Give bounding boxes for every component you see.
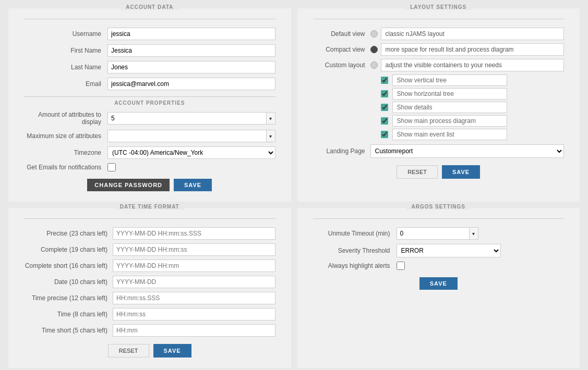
show-vertical-tree-row: Show vertical tree [381, 75, 565, 86]
maxsize-label: Maximum size of attributes [24, 132, 107, 140]
maxsize-row: Maximum size of attributes ▾ [24, 130, 275, 142]
layout-reset-button[interactable]: RESET [397, 165, 438, 179]
emails-checkbox[interactable] [107, 163, 116, 171]
maxsize-spinner: ▾ [107, 130, 275, 142]
compact-view-row: Compact view more space for result list … [313, 43, 565, 56]
layout-save-button[interactable]: SAVE [442, 165, 480, 179]
unmute-spinner-btn[interactable]: ▾ [469, 227, 478, 240]
time-row: Time (8 chars left) [24, 308, 275, 320]
attributes-label: Amount of attributes to display [24, 111, 107, 126]
date-label: Date (10 chars left) [24, 278, 113, 286]
attributes-input[interactable] [107, 112, 267, 125]
account-data-panel: ACCOUNT DATA Username First Name Last Na… [8, 8, 291, 202]
account-properties-title: ACCOUNT PROPERTIES [24, 100, 275, 106]
email-row: Email [24, 78, 275, 90]
highlight-label: Always highlight alerts [313, 262, 397, 269]
custom-layout-label: Custom layout [313, 61, 370, 69]
date-row: Date (10 chars left) [24, 276, 275, 288]
default-view-row: Default view classic nJAMS layout [313, 28, 565, 40]
time-short-row: Time short (5 chars left) [24, 324, 275, 337]
date-input[interactable] [113, 276, 275, 288]
landing-page-select[interactable]: Customreport [370, 144, 565, 158]
unmute-input[interactable] [397, 227, 470, 240]
time-precise-row: Time precise (12 chars left) [24, 292, 275, 304]
show-main-event-checkbox[interactable] [381, 131, 388, 138]
change-password-button[interactable]: CHANGE PASSWORD [87, 179, 170, 191]
username-row: Username [24, 28, 275, 40]
layout-settings-panel: LAYOUT SETTINGS Default view classic nJA… [297, 8, 580, 202]
argos-settings-title: ARGOS SETTINGS [406, 204, 471, 209]
highlight-row: Always highlight alerts [313, 262, 565, 270]
time-short-input[interactable] [113, 324, 275, 337]
precise-input[interactable] [113, 227, 275, 240]
account-save-button[interactable]: SAVE [174, 179, 212, 191]
account-data-title: ACCOUNT DATA [121, 4, 178, 10]
show-details-row: Show details [381, 102, 565, 113]
argos-save-button[interactable]: SAVE [419, 277, 458, 290]
emails-row: Get Emails for notifications [24, 163, 275, 171]
custom-layout-text: adjust the visible containers to your ne… [381, 59, 565, 71]
datetime-format-panel: DATE TIME FORMAT Precise (23 chars left)… [8, 208, 291, 368]
firstname-row: First Name [24, 44, 275, 57]
datetime-reset-button[interactable]: RESET [108, 344, 149, 357]
severity-label: Severity Threshold [313, 247, 397, 254]
custom-layout-radio[interactable] [370, 61, 378, 69]
unmute-row: Unmute Timeout (min) ▾ [313, 227, 565, 240]
username-input[interactable] [107, 28, 275, 40]
compact-view-label: Compact view [313, 46, 370, 53]
show-horizontal-tree-label: Show horizontal tree [392, 88, 507, 100]
show-vertical-tree-checkbox[interactable] [381, 77, 388, 84]
attributes-row: Amount of attributes to display ▾ [24, 111, 275, 126]
maxsize-input[interactable] [107, 130, 267, 142]
layout-settings-title: LAYOUT SETTINGS [405, 4, 472, 10]
time-precise-input[interactable] [113, 292, 275, 304]
default-view-label: Default view [313, 30, 370, 38]
show-vertical-tree-label: Show vertical tree [392, 75, 507, 86]
maxsize-spinner-btn[interactable]: ▾ [266, 130, 275, 142]
highlight-checkbox[interactable] [397, 262, 405, 270]
landing-page-label: Landing Page [313, 147, 370, 155]
datetime-format-title: DATE TIME FORMAT [115, 204, 185, 209]
email-label: Email [24, 80, 107, 88]
unmute-spinner: ▾ [397, 227, 478, 240]
lastname-row: Last Name [24, 61, 275, 73]
complete-short-input[interactable] [113, 260, 275, 272]
landing-page-row: Landing Page Customreport [313, 144, 565, 158]
emails-label: Get Emails for notifications [24, 164, 107, 171]
account-btn-row: CHANGE PASSWORD SAVE [24, 179, 275, 191]
lastname-input[interactable] [107, 61, 275, 73]
timezone-select[interactable]: (UTC -04:00) America/New_York [107, 146, 275, 159]
severity-select[interactable]: ERROR [397, 244, 501, 257]
default-view-text: classic nJAMS layout [381, 28, 565, 40]
precise-label: Precise (23 chars left) [24, 230, 113, 237]
show-main-event-label: Show main event list [392, 129, 507, 140]
firstname-label: First Name [24, 47, 107, 54]
email-input[interactable] [107, 78, 275, 90]
timezone-row: Timezone (UTC -04:00) America/New_York [24, 146, 275, 159]
time-precise-label: Time precise (12 chars left) [24, 294, 113, 302]
datetime-btn-row: RESET SAVE [24, 344, 275, 357]
timezone-label: Timezone [24, 149, 107, 156]
time-input[interactable] [113, 308, 275, 320]
username-label: Username [24, 30, 107, 38]
show-main-process-label: Show main process diagram [392, 115, 507, 127]
complete-input[interactable] [113, 243, 275, 256]
show-details-checkbox[interactable] [381, 104, 388, 111]
show-details-label: Show details [392, 102, 507, 113]
default-view-radio[interactable] [370, 30, 378, 38]
datetime-save-button[interactable]: SAVE [153, 344, 191, 357]
compact-view-radio[interactable] [370, 46, 378, 53]
firstname-input[interactable] [107, 44, 275, 57]
unmute-label: Unmute Timeout (min) [313, 230, 397, 237]
show-main-process-row: Show main process diagram [381, 115, 565, 127]
time-short-label: Time short (5 chars left) [24, 327, 113, 334]
precise-row: Precise (23 chars left) [24, 227, 275, 240]
layout-btn-row: RESET SAVE [313, 165, 565, 179]
complete-label: Complete (19 chars left) [24, 246, 113, 253]
show-horizontal-tree-row: Show horizontal tree [381, 88, 565, 100]
show-main-process-checkbox[interactable] [381, 117, 388, 125]
argos-btn-row: SAVE [313, 277, 565, 290]
complete-short-row: Complete short (16 chars left) [24, 260, 275, 272]
show-horizontal-tree-checkbox[interactable] [381, 90, 388, 97]
attributes-spinner-btn[interactable]: ▾ [266, 112, 275, 125]
